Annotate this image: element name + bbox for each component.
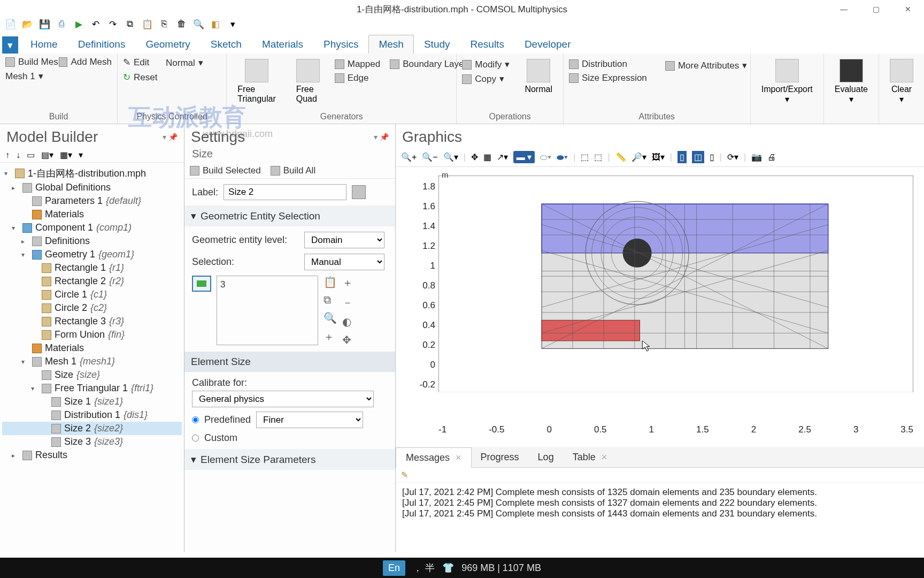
image-icon[interactable]: 🖼▾ <box>652 152 665 162</box>
tree-item[interactable]: ▾Free Triangular 1 {ftri1} <box>2 382 182 395</box>
tree-item[interactable]: Size {size} <box>2 368 182 382</box>
print-icon[interactable]: 🖨 <box>767 153 776 162</box>
run-icon[interactable]: ▶ <box>73 18 84 30</box>
add-selection-icon[interactable]: ＋ <box>324 330 337 344</box>
add-mesh-button[interactable]: Add Mesh <box>59 57 112 67</box>
tab-definitions[interactable]: Definitions <box>68 35 136 54</box>
selection-select[interactable]: Manual <box>304 254 384 270</box>
zoom-out-icon[interactable]: 🔍− <box>422 152 437 162</box>
tab-study[interactable]: Study <box>414 35 460 54</box>
progress-tab[interactable]: Progress <box>471 447 529 468</box>
window2-icon[interactable]: ◫ <box>692 151 704 163</box>
copy-dropdown[interactable]: Copy ▾ <box>462 73 510 85</box>
refresh-icon[interactable]: ⟳▾ <box>727 152 738 162</box>
free-triangular-button[interactable]: Free Triangular <box>232 57 281 106</box>
mapped-button[interactable]: Mapped <box>335 59 380 70</box>
element-size-params-header[interactable]: ▾Element Size Parameters <box>184 449 395 470</box>
disk2-icon[interactable]: ⬬▾ <box>557 153 568 162</box>
normal-button[interactable]: Normal <box>519 57 558 96</box>
import-export-button[interactable]: Import/Export▾ <box>756 57 818 107</box>
tree-item[interactable]: ▾Component 1 (comp1) <box>2 221 182 234</box>
toggle-icon2[interactable]: ◐ <box>342 315 353 328</box>
select2-icon[interactable]: ⬚ <box>594 152 602 162</box>
center-icon[interactable]: ✥ <box>471 152 478 162</box>
tree-item[interactable]: ▾Geometry 1 {geom1} <box>2 248 182 261</box>
predefined-select[interactable]: Finer <box>256 412 363 428</box>
tree-item[interactable]: Distribution 1 {dis1} <box>2 408 182 422</box>
calibrate-select[interactable]: General physics <box>192 391 374 407</box>
up-icon[interactable]: ↑ <box>5 150 10 160</box>
axis-icon[interactable]: ↗▾ <box>497 152 508 162</box>
size-expression-button[interactable]: Size Expression <box>569 73 745 83</box>
dropdown-icon[interactable]: ▾ <box>227 18 238 30</box>
collapse-icon[interactable]: ▭ <box>27 150 35 160</box>
message-tool-icon[interactable]: ✎ <box>401 470 408 480</box>
reset-button[interactable]: ↻Reset <box>123 72 221 83</box>
select-icon[interactable]: ⬚ <box>581 152 589 162</box>
tree-item[interactable]: ▸Global Definitions <box>2 181 182 194</box>
disk1-icon[interactable]: ⬭▾ <box>540 153 551 162</box>
maximize-button[interactable]: ▢ <box>860 0 892 18</box>
edge-button[interactable]: Edge <box>335 73 380 83</box>
close-tab-icon[interactable]: × <box>456 452 461 463</box>
tree-item[interactable]: Size 2 {size2} <box>2 422 182 435</box>
normal-dropdown[interactable]: Normal ▾ <box>166 57 221 69</box>
tree-item[interactable]: Rectangle 3 {r3} <box>2 315 182 328</box>
evaluate-button[interactable]: Evaluate▾ <box>829 57 873 107</box>
tab-home[interactable]: Home <box>20 35 68 54</box>
clear-button[interactable]: Clear▾ <box>884 57 919 107</box>
element-size-header[interactable]: Element Size <box>184 352 395 372</box>
tab-mesh[interactable]: Mesh <box>368 35 413 54</box>
mesh-selector[interactable]: Mesh 1 ▾ <box>5 71 112 82</box>
active-toggle[interactable] <box>192 276 211 292</box>
grid-icon[interactable]: ▦ <box>483 152 491 162</box>
tab-developer[interactable]: Developer <box>514 35 581 54</box>
tree-root[interactable]: ▾1-自由网格-distribution.mph <box>2 166 182 181</box>
tab-materials[interactable]: Materials <box>252 35 313 54</box>
label-input[interactable] <box>224 184 346 200</box>
list-icon[interactable]: ▦▾ <box>60 150 72 160</box>
highlight-icon[interactable]: ◧ <box>210 18 221 30</box>
selection-list[interactable]: 3 <box>217 276 318 345</box>
messages-tab[interactable]: Messages × <box>396 447 472 468</box>
zoom-selection-icon[interactable]: 🔍 <box>324 311 337 324</box>
down-icon[interactable]: ↓ <box>16 150 20 160</box>
custom-radio[interactable] <box>192 435 199 442</box>
delete-icon[interactable]: 🗑 <box>175 18 187 30</box>
tree-item[interactable]: ▸Results <box>2 448 182 462</box>
close-tab-icon[interactable]: × <box>602 452 607 462</box>
close-button[interactable]: ✕ <box>892 0 924 18</box>
redo-icon[interactable]: ↷ <box>107 18 119 30</box>
build-selected-button[interactable]: Build Selected <box>190 165 261 176</box>
copy-icon[interactable]: ⧉ <box>124 18 136 30</box>
tree-item[interactable]: ▸Definitions <box>2 234 182 248</box>
more-icon[interactable]: ▾ <box>79 150 83 160</box>
tree-item[interactable]: Form Union {fin} <box>2 328 182 341</box>
more-attributes-dropdown[interactable]: More Attributes ▾ <box>665 60 747 71</box>
copy-selection-icon[interactable]: ⧉ <box>324 294 337 306</box>
tab-sketch[interactable]: Sketch <box>201 35 252 54</box>
entity-level-select[interactable]: Domain <box>304 232 384 248</box>
modify-dropdown[interactable]: Modify ▾ <box>462 59 510 70</box>
build-all-button[interactable]: Build All <box>271 165 315 176</box>
paste-selection-icon[interactable]: 📋 <box>324 276 337 288</box>
tree-item[interactable]: Materials <box>2 208 182 221</box>
tree-item[interactable]: ▾Mesh 1 {mesh1} <box>2 355 182 368</box>
geo-entity-header[interactable]: ▾Geometric Entity Selection <box>184 206 395 226</box>
tree-item[interactable]: Rectangle 2 {r2} <box>2 275 182 288</box>
paste-icon[interactable]: 📋 <box>141 18 153 30</box>
tree-item[interactable]: Rectangle 1 {r1} <box>2 261 182 275</box>
tree-item[interactable]: Parameters 1 {default} <box>2 194 182 208</box>
zoom-in-icon[interactable]: 🔍+ <box>401 152 417 162</box>
graphics-canvas-area[interactable]: m 1.81.61.41.210.80.60.40.20-0.2 -1-0.50… <box>396 167 924 447</box>
table-tab[interactable]: Table × <box>563 447 617 468</box>
camera-icon[interactable]: 📷 <box>751 152 762 162</box>
window3-icon[interactable]: ▯ <box>710 152 714 162</box>
open-icon[interactable]: 📂 <box>21 18 33 30</box>
view-icon[interactable]: ▬ ▾ <box>513 151 535 163</box>
window1-icon[interactable]: ▯ <box>677 151 687 163</box>
probe-icon[interactable]: 🔎▾ <box>632 152 646 162</box>
tree-item[interactable]: Size 1 {size1} <box>2 395 182 408</box>
tab-results[interactable]: Results <box>460 35 514 54</box>
add-icon[interactable]: ＋ <box>342 276 353 290</box>
